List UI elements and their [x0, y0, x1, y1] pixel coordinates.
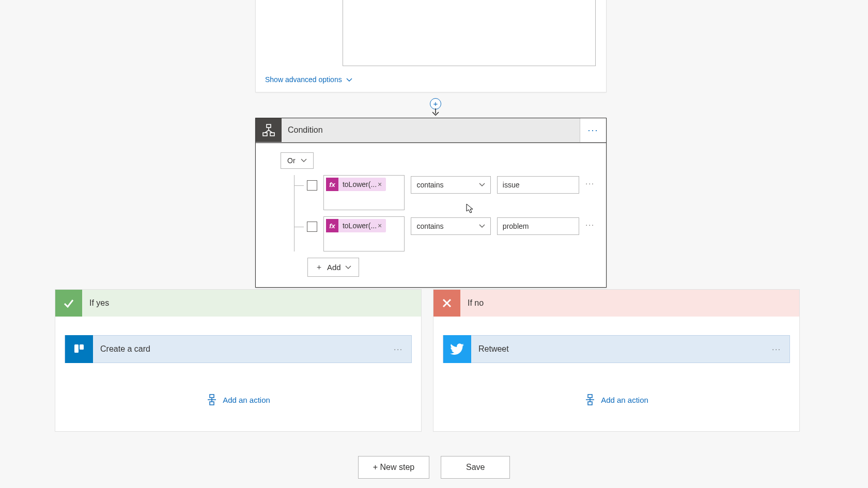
row-menu-button[interactable]: ··· [585, 179, 595, 187]
row-checkbox[interactable] [307, 222, 317, 232]
condition-row: fx toLower(... × contains problem ··· [295, 216, 595, 251]
condition-icon [256, 118, 282, 142]
new-step-button[interactable]: + New step [358, 456, 429, 479]
condition-left-operand-field[interactable]: fx toLower(... × [323, 216, 405, 251]
chevron-down-icon [346, 75, 352, 84]
row-checkbox[interactable] [307, 180, 317, 191]
plus-icon: ＋ [315, 262, 323, 272]
check-icon [55, 290, 82, 317]
value-text: problem [503, 222, 529, 230]
add-action-label: Add an action [601, 396, 648, 404]
action-title: Retweet [471, 344, 764, 354]
or-label: Or [287, 156, 296, 165]
insert-action-icon [584, 394, 596, 405]
expression-token-tolower[interactable]: fx toLower(... × [326, 219, 386, 232]
operator-label: contains [416, 222, 443, 230]
condition-card: Condition ··· Or fx toLower(... × contai… [255, 118, 607, 288]
chevron-down-icon [479, 224, 485, 228]
branch-yes-label: If yes [82, 298, 116, 308]
svg-rect-9 [588, 402, 592, 405]
previous-action-card: Twitter Handle and Name Combined: fx con… [255, 0, 607, 92]
condition-operator-dropdown[interactable]: contains [411, 176, 490, 194]
expression-token-tolower[interactable]: fx toLower(... × [326, 178, 386, 191]
create-card-action[interactable]: Create a card ··· [65, 335, 412, 363]
action-title: Create a card [93, 344, 385, 354]
twitter-icon [443, 335, 471, 363]
condition-body: Or fx toLower(... × contains [256, 143, 606, 287]
trello-icon [65, 335, 93, 363]
svg-rect-1 [263, 133, 267, 136]
token-text: toLower(... [338, 222, 377, 230]
condition-menu-button[interactable]: ··· [580, 118, 606, 142]
show-advanced-label: Show advanced options [265, 75, 342, 84]
retweet-action[interactable]: Retweet ··· [443, 335, 790, 363]
condition-value-input[interactable]: problem [497, 217, 579, 235]
add-label: Add [327, 263, 341, 272]
show-advanced-options-link[interactable]: Show advanced options [265, 75, 352, 84]
action-menu-button[interactable]: ··· [385, 345, 411, 353]
branch-yes-body: Create a card ··· Add an action [55, 317, 421, 431]
condition-operator-dropdown[interactable]: contains [411, 217, 490, 235]
svg-rect-0 [267, 124, 271, 128]
add-action-link[interactable]: Add an action [584, 394, 648, 405]
condition-value-input[interactable]: issue [497, 176, 579, 194]
svg-rect-8 [588, 395, 592, 398]
if-no-branch: If no Retweet ··· Add an action [433, 289, 800, 432]
if-yes-branch: If yes Create a card ··· Add an [55, 289, 422, 432]
add-action-link[interactable]: Add an action [206, 394, 270, 405]
remove-token-icon[interactable]: × [377, 222, 386, 230]
footer-buttons: + New step Save [0, 456, 868, 479]
remove-token-icon[interactable]: × [377, 180, 386, 188]
branch-no-label: If no [460, 298, 491, 308]
insert-action-icon [206, 394, 218, 405]
chevron-down-icon [301, 159, 307, 163]
token-text: toLower(... [338, 180, 377, 188]
fx-icon: fx [326, 219, 338, 232]
condition-group-operator-dropdown[interactable]: Or [281, 152, 314, 169]
action-menu-button[interactable]: ··· [764, 345, 789, 353]
condition-row: fx toLower(... × contains issue ··· [295, 175, 595, 210]
add-action-label: Add an action [223, 396, 270, 404]
svg-rect-4 [74, 344, 79, 353]
row-menu-button[interactable]: ··· [585, 221, 595, 229]
add-condition-button[interactable]: ＋ Add [307, 258, 359, 277]
branch-no-body: Retweet ··· Add an action [433, 317, 799, 431]
condition-rows: fx toLower(... × contains issue ··· [294, 175, 595, 251]
condition-left-operand-field[interactable]: fx toLower(... × [323, 175, 405, 210]
close-icon [433, 290, 460, 317]
operator-label: contains [416, 181, 443, 189]
svg-rect-7 [210, 402, 214, 405]
save-button[interactable]: Save [441, 456, 510, 479]
branch-yes-header: If yes [55, 290, 421, 317]
fx-icon: fx [326, 178, 338, 191]
value-text: issue [503, 181, 520, 189]
svg-rect-2 [270, 133, 274, 136]
svg-rect-6 [210, 395, 214, 398]
step-connector: + [430, 98, 441, 119]
chevron-down-icon [345, 265, 351, 270]
condition-header[interactable]: Condition ··· [256, 118, 606, 143]
branch-no-header: If no [433, 290, 799, 317]
chevron-down-icon [479, 183, 485, 187]
condition-title: Condition [282, 118, 580, 142]
twitter-handle-field[interactable]: Twitter Handle and Name Combined: fx con… [343, 0, 596, 66]
svg-rect-5 [80, 344, 84, 350]
